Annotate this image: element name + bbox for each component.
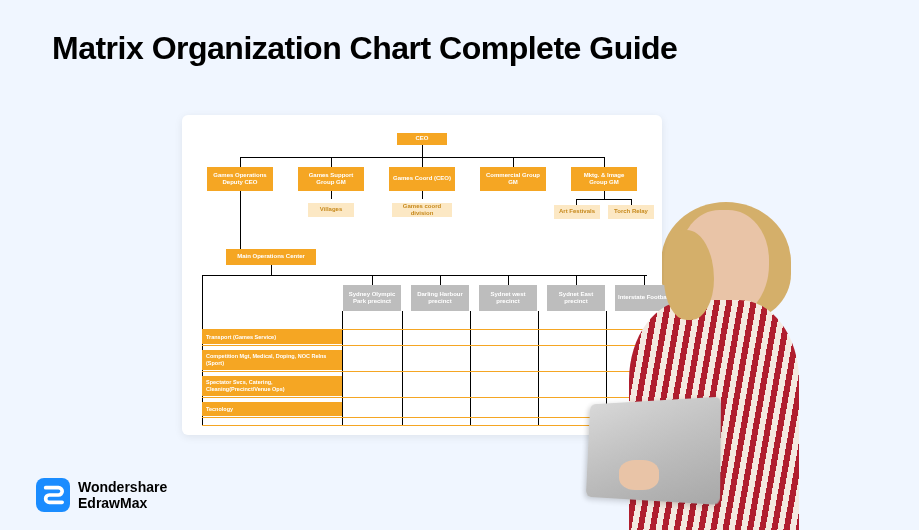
org-chart-card: CEO Games Operations Deputy CEO Games Su… — [182, 115, 662, 435]
connector — [604, 191, 605, 199]
connector — [240, 157, 241, 167]
edrawmax-glyph — [42, 484, 64, 506]
connector — [422, 157, 423, 167]
node-main-ops: Main Operations Center — [226, 249, 316, 265]
page-title: Matrix Organization Chart Complete Guide — [52, 30, 677, 67]
row-label-2: Spectator Svcs, Catering, Cleaning(Preci… — [202, 376, 342, 396]
connector — [202, 275, 647, 276]
node-precinct-1: Darling Harbour precinct — [411, 285, 469, 311]
connector — [576, 275, 577, 285]
node-precinct-3: Sydnet East precinct — [547, 285, 605, 311]
org-chart: CEO Games Operations Deputy CEO Games Su… — [182, 115, 662, 435]
node-precinct-0: Sydney Olympic Park precinct — [343, 285, 401, 311]
node-coord-div: Games coord division — [392, 203, 452, 217]
gridline — [202, 397, 658, 398]
gridline — [202, 329, 658, 330]
connector — [422, 145, 423, 157]
connector — [513, 157, 514, 167]
row-label-0: Transport (Games Service) — [202, 330, 342, 344]
gridline — [202, 345, 658, 346]
connector — [331, 157, 332, 167]
connector — [604, 157, 605, 167]
node-level2-0: Games Operations Deputy CEO — [207, 167, 273, 191]
node-level2-2: Games Coord (CEO) — [389, 167, 455, 191]
brand-text: Wondershare EdrawMax — [78, 479, 167, 511]
connector — [508, 275, 509, 285]
connector — [271, 265, 272, 275]
node-villages: Villages — [308, 203, 354, 217]
connector — [331, 191, 332, 199]
laptop — [586, 397, 721, 505]
brand-logo: Wondershare EdrawMax — [36, 478, 167, 512]
node-ceo: CEO — [397, 133, 447, 145]
node-level2-1: Games Support Group GM — [298, 167, 364, 191]
connector — [576, 199, 632, 200]
brand-line2: EdrawMax — [78, 495, 167, 511]
connector — [422, 191, 423, 199]
node-precinct-2: Sydnet west precinct — [479, 285, 537, 311]
brand-line1: Wondershare — [78, 479, 167, 495]
connector — [372, 275, 373, 285]
gridline — [202, 371, 658, 372]
row-label-1: Competition Mgt, Medical, Doping, NOC Re… — [202, 350, 342, 370]
person-hand — [619, 460, 659, 490]
node-level2-4: Mktg. & Image Group GM — [571, 167, 637, 191]
row-label-3: Tecnology — [202, 402, 342, 416]
connector — [440, 275, 441, 285]
node-art: Art Festivals — [554, 205, 600, 219]
node-level2-3: Commercial Group GM — [480, 167, 546, 191]
edrawmax-icon — [36, 478, 70, 512]
connector — [240, 191, 241, 249]
person-illustration — [609, 210, 839, 530]
